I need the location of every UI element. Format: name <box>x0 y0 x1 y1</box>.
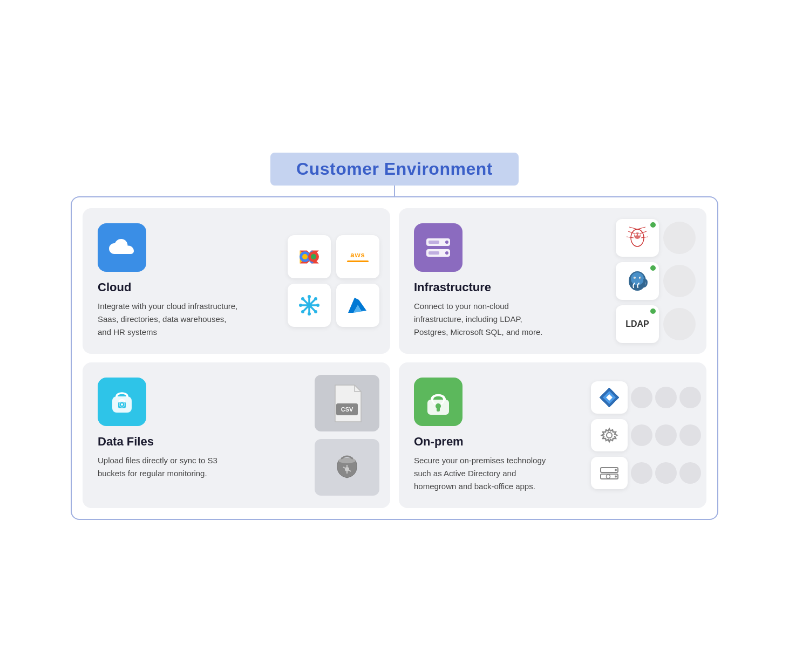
postgres-status <box>650 265 656 271</box>
azure-icon[interactable] <box>336 284 379 327</box>
server-settings-icon[interactable] <box>591 457 628 489</box>
postgres-icon[interactable] <box>616 262 659 300</box>
kerberos-row <box>616 219 696 257</box>
ldap-row: LDAP <box>616 305 696 343</box>
onprem-circles-1 <box>631 387 701 408</box>
snowflake-icon[interactable] <box>288 284 331 327</box>
active-directory-icon[interactable] <box>591 381 628 414</box>
cloud-icon <box>108 237 136 258</box>
svg-point-15 <box>301 310 304 313</box>
svg-point-59 <box>607 433 611 437</box>
s3-bucket-svg <box>330 450 364 484</box>
ldap-status <box>650 308 656 314</box>
svg-point-36 <box>631 272 644 285</box>
svg-line-29 <box>640 231 647 234</box>
page-wrapper: Customer Environment Cloud Integrate wit… <box>71 153 718 520</box>
onprem-lock-icon <box>423 387 453 417</box>
cloud-icon-box <box>98 223 146 272</box>
aws-text: aws <box>347 251 369 259</box>
main-container: Cloud Integrate with your cloud infrastr… <box>71 196 718 520</box>
onprem-icon-box <box>414 378 462 426</box>
onprem-circle-1c <box>679 387 701 408</box>
svg-point-33 <box>635 234 637 236</box>
svg-point-48 <box>345 467 349 471</box>
google-cloud-icon[interactable] <box>288 235 331 278</box>
datafiles-desc: Upload files directly or sync to S3 buck… <box>98 454 238 480</box>
svg-point-12 <box>301 297 304 300</box>
svg-point-14 <box>314 297 317 300</box>
page-title: Customer Environment <box>296 159 493 179</box>
gcloud-logo <box>297 247 321 266</box>
datafiles-card: Data Files Upload files directly or sync… <box>83 362 390 508</box>
csv-file-icon[interactable]: CSV <box>315 375 379 431</box>
s3-bucket-icon[interactable] <box>315 439 379 496</box>
csv-file-svg: CSV <box>331 383 363 423</box>
datafiles-icon-box <box>98 378 146 426</box>
svg-line-27 <box>637 227 645 229</box>
cloud-card: Cloud Integrate with your cloud infrastr… <box>83 208 390 354</box>
svg-line-31 <box>641 237 648 238</box>
svg-point-43 <box>121 403 123 406</box>
onprem-circle-1b <box>655 387 677 408</box>
svg-point-32 <box>634 232 641 239</box>
svg-point-8 <box>308 295 311 298</box>
kerberos-icon[interactable] <box>616 219 659 257</box>
onprem-circle-2c <box>679 424 701 446</box>
onprem-circle-1a <box>631 387 652 408</box>
svg-rect-24 <box>428 251 439 255</box>
onprem-row-1 <box>591 381 701 414</box>
onprem-circle-3b <box>655 462 677 484</box>
svg-point-3 <box>311 254 316 259</box>
aws-label: aws <box>347 251 369 262</box>
svg-point-10 <box>299 304 302 307</box>
gear-svg <box>598 424 620 446</box>
kerberos-status <box>650 222 656 228</box>
svg-point-11 <box>316 304 319 307</box>
postgres-svg <box>624 268 651 294</box>
postgres-row <box>616 262 696 300</box>
infra-desc: Connect to your non-cloud infrastructure… <box>414 300 554 339</box>
title-connector-line <box>394 186 395 196</box>
infrastructure-card: Infrastructure Connect to your non-cloud… <box>399 208 706 354</box>
svg-point-40 <box>640 277 641 278</box>
cloud-integrations: aws <box>288 235 379 327</box>
svg-point-64 <box>607 475 610 478</box>
svg-point-16 <box>307 303 312 308</box>
onprem-row-3 <box>591 457 701 489</box>
ldap-circle <box>663 308 696 340</box>
datafiles-bucket-icon <box>107 387 137 417</box>
customer-environment-title-box: Customer Environment <box>270 153 519 186</box>
postgres-circle <box>663 265 696 297</box>
infra-integrations: LDAP <box>616 219 696 343</box>
cards-grid: Cloud Integrate with your cloud infrastr… <box>83 208 706 508</box>
aws-icon[interactable]: aws <box>336 235 379 278</box>
onprem-circles-3 <box>631 462 701 484</box>
server-gear-svg <box>598 462 620 484</box>
onprem-circle-2b <box>655 424 677 446</box>
svg-point-63 <box>615 475 617 477</box>
svg-text:CSV: CSV <box>341 406 353 413</box>
svg-point-62 <box>615 469 617 471</box>
onprem-circles-2 <box>631 424 701 446</box>
ldap-text: LDAP <box>625 319 649 329</box>
onprem-row-2 <box>591 419 701 451</box>
svg-point-13 <box>314 310 317 313</box>
cloud-desc: Integrate with your cloud infrastructure… <box>98 300 238 339</box>
azure-svg <box>346 296 370 315</box>
ldap-icon[interactable]: LDAP <box>616 305 659 343</box>
svg-point-22 <box>445 251 448 255</box>
settings-icon[interactable] <box>591 419 628 451</box>
onprem-desc: Secure your on-premises technology such … <box>414 454 554 493</box>
svg-point-34 <box>638 234 640 236</box>
onprem-circle-2a <box>631 424 652 446</box>
svg-point-2 <box>302 254 308 259</box>
svg-line-30 <box>627 237 634 238</box>
onprem-integrations <box>591 381 701 489</box>
onprem-circle-3a <box>631 462 652 484</box>
svg-point-9 <box>308 312 311 316</box>
svg-point-21 <box>445 241 448 244</box>
kerberos-svg <box>624 226 651 250</box>
svg-point-39 <box>635 277 636 278</box>
kerberos-circle <box>663 222 696 254</box>
svg-rect-23 <box>428 241 439 244</box>
